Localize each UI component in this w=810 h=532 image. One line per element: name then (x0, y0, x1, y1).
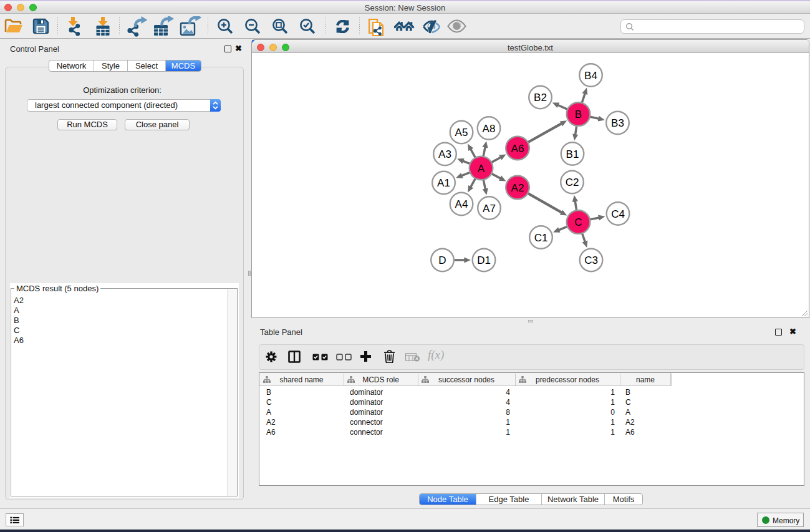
svg-text:B4: B4 (584, 70, 597, 82)
svg-text:A8: A8 (483, 123, 496, 135)
svg-text:B1: B1 (566, 148, 579, 160)
svg-text:A: A (478, 163, 485, 175)
svg-text:C4: C4 (611, 208, 625, 220)
svg-text:A1: A1 (437, 177, 450, 189)
svg-text:B2: B2 (534, 92, 547, 104)
svg-text:B3: B3 (611, 117, 624, 129)
svg-text:A5: A5 (455, 127, 468, 138)
svg-text:C3: C3 (584, 254, 598, 266)
svg-text:D: D (438, 254, 446, 266)
svg-text:A7: A7 (483, 203, 496, 215)
svg-text:C: C (574, 216, 582, 228)
svg-text:A4: A4 (455, 198, 468, 210)
svg-text:A3: A3 (438, 148, 451, 160)
svg-text:B: B (575, 109, 582, 120)
svg-text:D1: D1 (477, 254, 491, 266)
svg-text:A2: A2 (511, 182, 524, 194)
svg-text:C1: C1 (534, 232, 548, 244)
svg-text:A6: A6 (511, 143, 524, 155)
svg-text:C2: C2 (566, 177, 579, 188)
